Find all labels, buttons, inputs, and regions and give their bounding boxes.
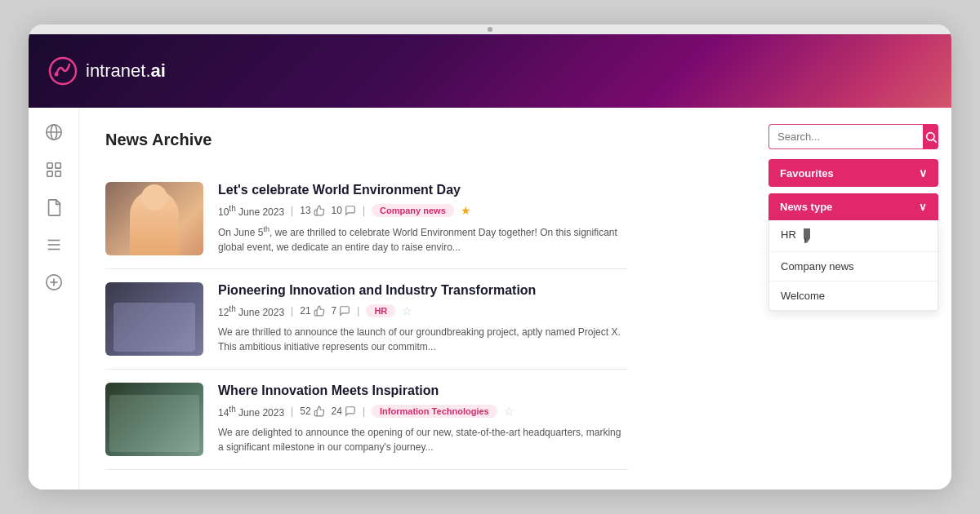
device-frame: intranet.ai — [29, 24, 951, 490]
sidebar-item-grid[interactable] — [44, 160, 64, 179]
notch-dot — [488, 27, 492, 32]
logo-area: intranet.ai — [48, 56, 166, 86]
sidebar-item-list[interactable] — [44, 235, 64, 255]
svg-line-16 — [933, 140, 937, 143]
news-thumb-1[interactable] — [105, 182, 203, 255]
news-meta-1: 10th June 2023 | 13 10 — [218, 204, 628, 218]
news-type-button[interactable]: News type ∨ — [768, 193, 938, 220]
svg-point-15 — [926, 132, 933, 140]
dropdown-item-welcome[interactable]: Welcome — [769, 281, 938, 310]
news-comments-3: 24 — [332, 405, 356, 417]
news-comments-1: 10 — [332, 205, 356, 216]
header: intranet.ai — [29, 34, 951, 108]
news-star-1[interactable]: ★ — [461, 204, 471, 217]
app-container: intranet.ai — [29, 34, 951, 490]
news-title-1[interactable]: Let's celebrate World Environment Day — [218, 182, 628, 199]
favourites-chevron-icon: ∨ — [919, 166, 927, 179]
news-date-3: 14th June 2023 — [218, 405, 284, 419]
news-title-3[interactable]: Where Innovation Meets Inspiration — [218, 383, 628, 400]
sidebar-item-globe[interactable] — [44, 122, 64, 142]
news-thumb-3[interactable] — [105, 383, 203, 456]
news-excerpt-1: On June 5th, we are thrilled to celebrat… — [218, 224, 628, 255]
sidebar-item-document[interactable] — [44, 197, 64, 217]
svg-rect-6 — [55, 163, 60, 168]
news-excerpt-2: We are thrilled to announce the launch o… — [218, 325, 628, 354]
news-type-dropdown-menu: HR Company news We — [768, 220, 938, 311]
search-button[interactable] — [923, 124, 938, 149]
news-likes-3: 52 — [300, 405, 324, 417]
page-title: News Archive — [105, 131, 729, 149]
news-type-dropdown: News type ∨ HR — [768, 193, 938, 311]
news-tag-2[interactable]: HR — [366, 304, 395, 317]
right-panel: Favourites ∨ News type ∨ HR — [755, 108, 951, 490]
news-thumb-2[interactable] — [105, 282, 203, 356]
news-info-3: Where Innovation Meets Inspiration 14th … — [218, 383, 628, 456]
news-type-chevron-icon: ∨ — [919, 201, 927, 213]
news-list: Let's celebrate World Environment Day 10… — [105, 169, 628, 470]
search-input[interactable] — [768, 124, 923, 149]
news-excerpt-3: We are delighted to announce the opening… — [218, 425, 628, 454]
main-body: News Archive Let's celebrate World Envir… — [29, 108, 951, 490]
news-tag-1[interactable]: Company news — [372, 204, 454, 217]
dropdown-item-hr[interactable]: HR — [769, 220, 938, 252]
device-notch — [29, 24, 951, 34]
sidebar-item-add[interactable] — [44, 273, 64, 292]
search-row — [768, 124, 938, 149]
news-item-2: Pioneering Innovation and Industry Trans… — [105, 269, 628, 370]
favourites-filter-button[interactable]: Favourites ∨ — [768, 159, 938, 187]
svg-rect-8 — [55, 171, 60, 176]
news-tag-3[interactable]: Information Technologies — [372, 405, 497, 418]
news-item-1: Let's celebrate World Environment Day 10… — [105, 169, 628, 269]
news-comments-2: 7 — [332, 305, 351, 317]
svg-rect-7 — [47, 171, 51, 176]
news-star-2[interactable]: ☆ — [402, 304, 412, 317]
sidebar — [29, 108, 79, 490]
svg-point-1 — [55, 73, 59, 77]
news-info-1: Let's celebrate World Environment Day 10… — [218, 182, 628, 255]
logo-icon — [48, 56, 78, 86]
news-meta-2: 12th June 2023 | 21 7 — [218, 304, 628, 318]
svg-rect-18 — [804, 238, 806, 243]
news-title-2[interactable]: Pioneering Innovation and Industry Trans… — [218, 282, 628, 299]
content-area: News Archive Let's celebrate World Envir… — [79, 108, 755, 490]
svg-point-0 — [50, 58, 76, 84]
dropdown-item-company-news[interactable]: Company news — [769, 252, 938, 281]
news-date-2: 12th June 2023 — [218, 304, 284, 318]
logo-text: intranet.ai — [86, 60, 166, 82]
svg-rect-5 — [47, 163, 51, 168]
news-date-1: 10th June 2023 — [218, 204, 284, 218]
news-star-3[interactable]: ☆ — [504, 405, 514, 418]
news-likes-2: 21 — [300, 305, 324, 317]
news-info-2: Pioneering Innovation and Industry Trans… — [218, 282, 628, 356]
news-item-3: Where Innovation Meets Inspiration 14th … — [105, 370, 628, 470]
news-likes-1: 13 — [300, 205, 324, 216]
news-meta-3: 14th June 2023 | 52 24 — [218, 405, 628, 419]
